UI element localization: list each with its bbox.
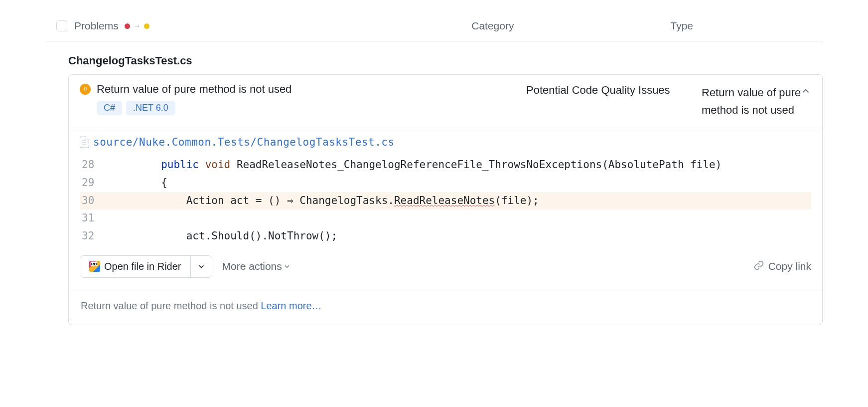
code-line: 30 Action act = () ⇒ ChangelogTasks.Read…	[80, 192, 811, 210]
line-number: 28	[80, 156, 111, 174]
line-number: 29	[80, 174, 111, 192]
select-all-checkbox[interactable]	[56, 20, 67, 31]
copy-link-button[interactable]: Copy link	[753, 260, 811, 273]
issue-summary-row[interactable]: Return value of pure method is not used …	[69, 75, 822, 128]
problems-label: Problems	[74, 20, 119, 32]
file-path-link[interactable]: source/Nuke.Common.Tests/ChangelogTasksT…	[93, 136, 395, 148]
learn-more-link[interactable]: Learn more…	[261, 300, 321, 311]
arrow-right-icon: →	[133, 21, 141, 30]
issue-type: Return value of pure method is not used	[702, 83, 811, 119]
action-bar: Open file in Rider More actions Copy	[69, 245, 822, 289]
type-column-header[interactable]: Type	[670, 20, 823, 32]
line-number: 32	[80, 227, 111, 245]
open-in-rider-button[interactable]: Open file in Rider	[80, 256, 190, 277]
rider-icon	[89, 261, 100, 272]
link-icon	[753, 260, 764, 273]
more-actions-button[interactable]: More actions	[222, 260, 290, 272]
severity-indicator: →	[125, 21, 149, 30]
issue-category: Potential Code Quality Issues	[526, 83, 696, 119]
code-section: source/Nuke.Common.Tests/ChangelogTasksT…	[69, 128, 822, 245]
chevron-down-icon	[198, 263, 205, 270]
issue-card: Return value of pure method is not used …	[68, 74, 823, 325]
warning-icon	[80, 84, 91, 95]
more-actions-label: More actions	[222, 260, 282, 272]
chevron-down-icon	[284, 263, 290, 269]
code-text: {	[111, 174, 167, 192]
open-in-rider-dropdown-button[interactable]	[190, 256, 212, 277]
chevron-up-icon[interactable]	[799, 85, 812, 100]
file-heading: ChangelogTasksTest.cs	[45, 41, 823, 74]
severity-dot-error-icon	[125, 23, 130, 29]
line-number: 31	[80, 209, 111, 227]
code-block: 28 public void ReadReleaseNotes_Changelo…	[80, 156, 811, 245]
code-text: act.Should().NotThrow();	[111, 227, 337, 245]
category-column-header[interactable]: Category	[471, 20, 663, 32]
copy-link-label: Copy link	[768, 260, 811, 272]
issue-title: Return value of pure method is not used	[97, 83, 520, 96]
open-in-rider-label: Open file in Rider	[104, 261, 181, 272]
tag-framework[interactable]: .NET 6.0	[126, 101, 175, 115]
line-number: 30	[80, 192, 111, 210]
code-line: 32 act.Should().NotThrow();	[80, 227, 811, 245]
code-text: Action act = () ⇒ ChangelogTasks.ReadRel…	[111, 192, 539, 210]
code-line: 29 {	[80, 174, 811, 192]
file-icon	[80, 137, 89, 148]
footer-text: Return value of pure method is not used	[81, 300, 258, 311]
open-in-rider-group: Open file in Rider	[80, 255, 212, 278]
column-header-row: Problems → Category Type	[45, 15, 823, 41]
problems-column-header[interactable]: Problems →	[74, 20, 149, 32]
code-text: public void ReadReleaseNotes_ChangelogRe…	[111, 156, 722, 174]
code-line: 28 public void ReadReleaseNotes_Changelo…	[80, 156, 811, 174]
code-line: 31	[80, 209, 811, 227]
tag-row: C# .NET 6.0	[97, 101, 520, 115]
tag-language[interactable]: C#	[97, 101, 122, 115]
footer-note: Return value of pure method is not used …	[69, 289, 822, 325]
severity-dot-warning-icon	[144, 23, 149, 29]
